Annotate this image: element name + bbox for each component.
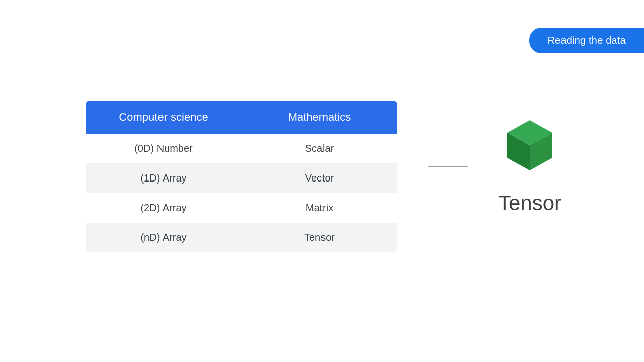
cell-scalar: Scalar [242,134,397,163]
cell-tensor: Tensor [242,223,397,252]
cell-0d-number: (0D) Number [86,134,242,163]
table-row: (1D) Array Vector [86,163,397,193]
cell-1d-array: (1D) Array [86,163,242,193]
data-table: Computer science Mathematics (0D) Number… [86,101,397,252]
tensor-side: Tensor [498,118,561,215]
table-body: (0D) Number Scalar (1D) Array Vector (2D… [86,134,397,252]
table-row: (0D) Number Scalar [86,134,397,163]
table-row: (nD) Array Tensor [86,223,397,252]
reading-the-data-button[interactable]: Reading the data [529,28,644,53]
tensor-icon [500,118,560,183]
connector-line [428,166,468,167]
header-mathematics: Mathematics [242,101,397,134]
cell-vector: Vector [242,163,397,193]
header-computer-science: Computer science [86,101,242,134]
cell-nd-array: (nD) Array [86,223,242,252]
tensor-label: Tensor [498,191,561,215]
table-row: (2D) Array Matrix [86,193,397,223]
cell-matrix: Matrix [242,193,397,223]
cell-2d-array: (2D) Array [86,193,242,223]
main-content: Computer science Mathematics (0D) Number… [86,101,561,252]
table-header-row: Computer science Mathematics [86,101,397,134]
